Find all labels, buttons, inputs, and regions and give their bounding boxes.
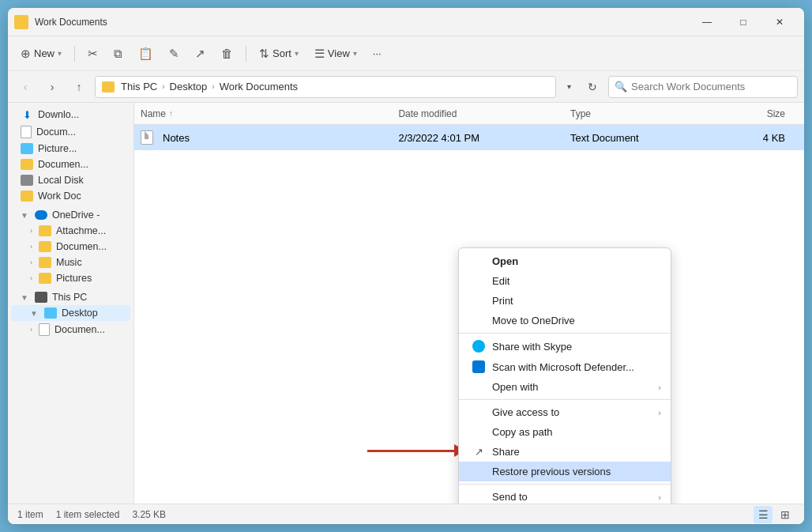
skype-icon bbox=[472, 340, 486, 353]
search-input[interactable] bbox=[608, 76, 798, 98]
ctx-move-onedrive[interactable]: Move to OneDrive bbox=[459, 311, 671, 330]
sidebar-item-pictures-1[interactable]: Picture... bbox=[11, 141, 130, 157]
rename-icon: ✎ bbox=[169, 47, 179, 61]
more-label: ··· bbox=[373, 47, 382, 59]
ctx-sep-3 bbox=[459, 484, 671, 485]
sidebar-item-documents-3[interactable]: › Documen... bbox=[11, 239, 130, 255]
sort-arrow-icon: ↑ bbox=[169, 109, 173, 118]
ctx-sep-2 bbox=[459, 399, 671, 400]
main-content: ⬇ Downlo... Docum... Picture... Documen.… bbox=[8, 103, 804, 504]
ctx-label: Open bbox=[492, 255, 518, 267]
file-icon bbox=[141, 130, 153, 145]
refresh-button[interactable]: ↻ bbox=[581, 76, 603, 98]
sidebar-item-pictures-2[interactable]: › Pictures bbox=[11, 270, 130, 286]
sidebar-item-documents-1[interactable]: Docum... bbox=[11, 123, 130, 141]
table-row[interactable]: Notes 2/3/2022 4:01 PM Text Document 4 K… bbox=[134, 125, 804, 150]
rename-button[interactable]: ✎ bbox=[163, 41, 186, 66]
sort-button[interactable]: ⇅ Sort ▾ bbox=[253, 41, 305, 66]
sidebar-item-documents-4[interactable]: › Documen... bbox=[11, 321, 130, 338]
ctx-print[interactable]: Print bbox=[459, 291, 671, 311]
folder-icon bbox=[39, 257, 51, 268]
breadcrumb[interactable]: This PC › Desktop › Work Documents bbox=[95, 76, 556, 98]
new-chevron-icon: ▾ bbox=[58, 49, 62, 58]
ctx-send-to[interactable]: Send to › bbox=[459, 487, 671, 504]
sidebar-item-desktop[interactable]: ▼ Desktop bbox=[11, 305, 130, 321]
submenu-arrow-icon: › bbox=[658, 492, 661, 502]
forward-button[interactable]: › bbox=[41, 76, 63, 98]
cut-button[interactable]: ✂ bbox=[81, 41, 104, 66]
sidebar-item-local-disk[interactable]: Local Disk bbox=[11, 172, 130, 188]
doc-icon bbox=[21, 126, 32, 138]
ctx-give-access[interactable]: Give access to › bbox=[459, 402, 671, 422]
new-button[interactable]: ⊕ New ▾ bbox=[14, 41, 68, 66]
breadcrumb-desktop: Desktop bbox=[170, 81, 208, 92]
breadcrumb-dropdown[interactable]: ▾ bbox=[561, 76, 577, 98]
view-toggle: ☰ ⊞ bbox=[754, 506, 795, 523]
delete-button[interactable]: 🗑 bbox=[215, 41, 239, 66]
expand-arrow-icon: ▼ bbox=[21, 293, 28, 302]
col-header-name[interactable]: Name ↑ bbox=[141, 108, 398, 119]
view-icon: ☰ bbox=[314, 47, 325, 61]
grid-view-button[interactable]: ⊞ bbox=[776, 506, 795, 523]
minimize-button[interactable]: — bbox=[689, 9, 725, 35]
view-label: View bbox=[328, 47, 350, 59]
window-icon bbox=[14, 15, 28, 29]
copy-button[interactable]: ⧉ bbox=[107, 41, 129, 66]
ctx-restore-versions[interactable]: Restore previous versions bbox=[459, 462, 671, 481]
sidebar-item-this-pc[interactable]: ▼ This PC bbox=[11, 289, 130, 305]
share-button[interactable]: ↗ bbox=[189, 41, 212, 66]
file-size-cell: 4 KB bbox=[699, 132, 798, 144]
file-list-header: Name ↑ Date modified Type Size bbox=[134, 103, 804, 125]
col-header-type[interactable]: Type bbox=[570, 108, 699, 119]
ctx-open[interactable]: Open bbox=[459, 251, 671, 271]
expand-arrow-icon: ▼ bbox=[30, 309, 38, 318]
back-button[interactable]: ‹ bbox=[14, 76, 36, 98]
breadcrumb-work-documents: Work Documents bbox=[220, 81, 298, 92]
ctx-edit[interactable]: Edit bbox=[459, 271, 671, 291]
selected-count: 1 item selected bbox=[56, 509, 120, 520]
item-count: 1 item bbox=[17, 509, 43, 520]
ctx-share-skype[interactable]: Share with Skype bbox=[459, 336, 671, 357]
window-title: Work Documents bbox=[35, 17, 689, 28]
toolbar: ⊕ New ▾ ✂ ⧉ 📋 ✎ ↗ 🗑 ⇅ Sort ▾ ☰ bbox=[8, 36, 804, 71]
breadcrumb-chevron-2: › bbox=[212, 82, 214, 91]
sidebar-item-downloads[interactable]: ⬇ Downlo... bbox=[11, 106, 130, 123]
sidebar-item-attachments[interactable]: › Attachme... bbox=[11, 223, 130, 239]
sidebar-item-label: Local Disk bbox=[38, 175, 84, 186]
doc-icon bbox=[39, 323, 50, 336]
sidebar-item-label: Music bbox=[56, 257, 82, 268]
ctx-scan-defender[interactable]: Scan with Microsoft Defender... bbox=[459, 357, 671, 377]
ctx-open-with[interactable]: Open with › bbox=[459, 377, 671, 397]
sidebar-item-label: Documen... bbox=[55, 324, 105, 335]
folder-icon bbox=[21, 159, 33, 170]
col-header-size[interactable]: Size bbox=[699, 108, 798, 119]
expand-arrow-icon: › bbox=[30, 243, 32, 251]
separator-2 bbox=[246, 46, 246, 62]
ctx-copy-path[interactable]: Copy as path bbox=[459, 422, 671, 442]
more-button[interactable]: ··· bbox=[367, 41, 388, 66]
ctx-label: Print bbox=[492, 295, 513, 307]
sidebar-item-work-doc[interactable]: Work Doc bbox=[11, 188, 130, 204]
pc-icon bbox=[35, 292, 47, 303]
ctx-share[interactable]: ↗ Share bbox=[459, 442, 671, 462]
folder-icon bbox=[39, 241, 51, 252]
expand-arrow-icon: › bbox=[30, 274, 32, 282]
sidebar-item-music[interactable]: › Music bbox=[11, 255, 130, 270]
file-name: Notes bbox=[163, 132, 190, 144]
list-view-button[interactable]: ☰ bbox=[754, 506, 773, 523]
up-button[interactable]: ↑ bbox=[68, 76, 90, 98]
view-button[interactable]: ☰ View ▾ bbox=[308, 41, 363, 66]
sidebar-item-documents-2[interactable]: Documen... bbox=[11, 157, 130, 172]
paste-button[interactable]: 📋 bbox=[132, 41, 160, 66]
sidebar-item-onedrive[interactable]: ▼ OneDrive - bbox=[11, 207, 130, 223]
close-button[interactable]: ✕ bbox=[761, 9, 798, 35]
breadcrumb-folder-icon bbox=[102, 81, 115, 92]
maximize-button[interactable]: □ bbox=[725, 9, 761, 35]
col-header-date[interactable]: Date modified bbox=[398, 108, 570, 119]
file-area: Name ↑ Date modified Type Size Notes 2/3… bbox=[134, 103, 804, 504]
file-type-cell: Text Document bbox=[570, 132, 699, 144]
paste-icon: 📋 bbox=[138, 47, 153, 61]
search-wrapper: 🔍 bbox=[608, 76, 798, 98]
expand-arrow-icon: › bbox=[30, 326, 32, 334]
folder-icon bbox=[21, 191, 33, 202]
